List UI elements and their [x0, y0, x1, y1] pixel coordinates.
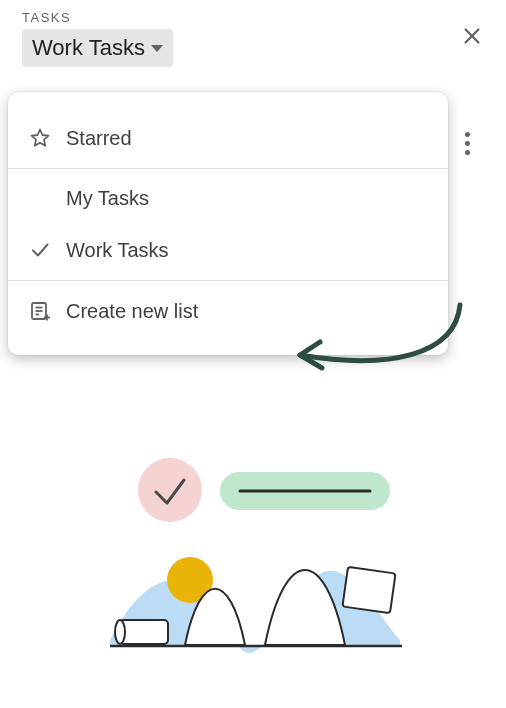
- divider: [8, 168, 448, 169]
- tasks-header: TASKS Work Tasks: [0, 0, 506, 73]
- chevron-down-icon: [151, 45, 163, 52]
- create-list-icon: [28, 299, 66, 323]
- list-selector-dropdown[interactable]: Work Tasks: [22, 29, 173, 67]
- dropdown-item-starred[interactable]: Starred: [8, 112, 448, 164]
- svg-point-12: [115, 620, 125, 644]
- star-icon: [28, 126, 66, 150]
- more-vertical-icon: [465, 132, 470, 137]
- dropdown-item-work-tasks[interactable]: Work Tasks: [8, 224, 448, 276]
- check-icon: [28, 238, 66, 262]
- svg-rect-11: [120, 620, 168, 644]
- dropdown-item-my-tasks[interactable]: My Tasks: [8, 173, 448, 224]
- header-label: TASKS: [22, 10, 490, 25]
- svg-rect-10: [342, 567, 395, 613]
- dropdown-item-label: My Tasks: [66, 187, 149, 210]
- dropdown-item-label: Starred: [66, 127, 132, 150]
- overflow-menu-button[interactable]: [455, 132, 479, 155]
- svg-point-6: [138, 458, 202, 522]
- empty-state-illustration: [90, 450, 420, 670]
- dropdown-item-label: Work Tasks: [66, 239, 169, 262]
- close-button[interactable]: [458, 22, 486, 50]
- dropdown-item-label: Create new list: [66, 300, 198, 323]
- close-icon: [461, 25, 483, 47]
- selected-list-name: Work Tasks: [32, 35, 145, 61]
- divider: [8, 280, 448, 281]
- list-dropdown-menu: Starred My Tasks Work Tasks Create new l…: [8, 92, 448, 355]
- dropdown-item-create-new-list[interactable]: Create new list: [8, 285, 448, 337]
